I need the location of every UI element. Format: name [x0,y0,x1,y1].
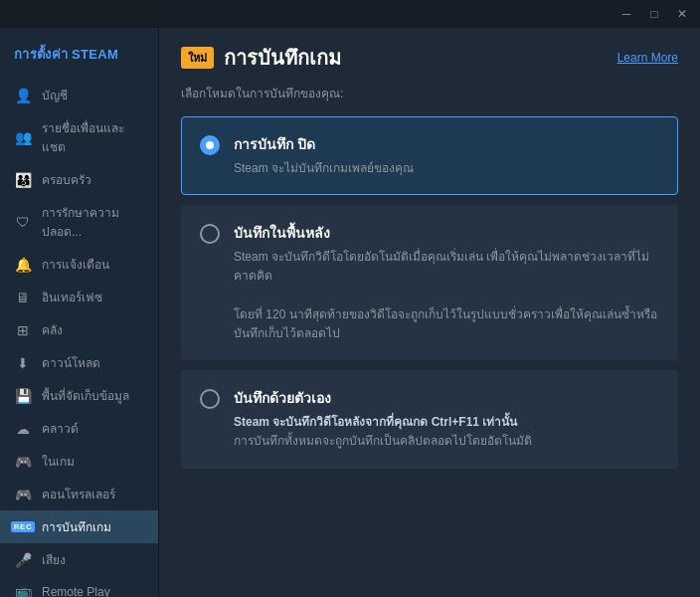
cloud-icon: ☁ [14,420,32,438]
downloads-icon: ⬇ [14,354,32,372]
sidebar-label-library: คลัง [42,320,63,339]
option-title-manual: บันทึกด้วยตัวเอง [234,387,659,409]
sidebar-item-account[interactable]: 👤บัญชี [0,79,158,111]
sidebar-label-remoteplay: Remote Play [42,585,110,597]
sidebar-item-notifications[interactable]: 🔔การแจ้งเตือน [0,248,158,281]
sidebar-item-broadcast[interactable]: RECการบันทึกเกม [0,510,158,543]
sidebar-item-friends[interactable]: 👥รายชื่อเพื่อนและแชต [0,111,158,163]
new-badge: ใหม่ [181,47,214,69]
sidebar-label-downloads: ดาวน์โหลด [42,353,100,372]
option-desc-manual: Steam จะบันทึกวิดีโอหลังจากที่คุณกด Ctrl… [234,413,659,451]
sidebar-label-ingame: ในเกม [42,452,75,471]
sidebar-item-family[interactable]: 👨‍👩‍👦ครอบครัว [0,163,158,196]
sidebar-item-voice[interactable]: 🎤เสียง [0,543,158,576]
sidebar-label-voice: เสียง [42,550,66,569]
sidebar-item-ingame[interactable]: 🎮ในเกม [0,445,158,478]
sidebar-item-security[interactable]: 🛡การรักษาความปลอด... [0,196,158,248]
options-container: การบันทึก ปิดSteam จะไม่บันทึกเกมเพลย์ขอ… [159,116,700,597]
sidebar-label-controller: คอนโทรลเลอร์ [42,485,115,503]
sidebar-label-account: บัญชี [42,86,68,104]
minimize-button[interactable]: ─ [612,3,640,25]
sidebar-label-storage: พื้นที่จัดเก็บข้อมูล [42,386,129,405]
sidebar-item-storage[interactable]: 💾พื้นที่จัดเก็บข้อมูล [0,379,158,412]
main-header: ใหม่ การบันทึกเกม Learn More [159,28,700,84]
sidebar: การตั้งค่า STEAM 👤บัญชี👥รายชื่อเพื่อนและ… [0,28,159,597]
library-icon: ⊞ [14,321,32,339]
radio-manual [200,389,220,409]
voice-icon: 🎤 [14,551,32,569]
broadcast-icon: REC [14,518,32,536]
option-card-background[interactable]: บันทึกในพื้นหลังSteam จะบันทึกวิดีโอโดยอ… [181,205,678,360]
sidebar-item-downloads[interactable]: ⬇ดาวน์โหลด [0,346,158,379]
controller-icon: 🎮 [14,486,32,503]
close-button[interactable]: ✕ [668,3,696,25]
radio-inner-off [206,141,214,149]
maximize-button[interactable]: □ [640,3,668,25]
sidebar-item-interface[interactable]: 🖥อินเทอร์เฟซ [0,281,158,313]
family-icon: 👨‍👩‍👦 [14,171,32,189]
option-text-manual: บันทึกด้วยตัวเองSteam จะบันทึกวิดีโอหลัง… [234,387,659,451]
sidebar-label-cloud: คลาวด์ [42,419,79,438]
main-title: การบันทึกเกม [224,42,341,74]
friends-icon: 👥 [14,128,32,146]
option-title-background: บันทึกในพื้นหลัง [234,222,659,244]
sidebar-label-notifications: การแจ้งเตือน [42,255,109,274]
sidebar-item-library[interactable]: ⊞คลัง [0,313,158,346]
resize-handle[interactable] [684,581,696,593]
main-subtitle: เลือกโหมดในการบันทึกของคุณ: [159,84,700,116]
sidebar-label-security: การรักษาความปลอด... [42,203,144,241]
sidebar-label-family: ครอบครัว [42,170,91,189]
security-icon: 🛡 [14,213,32,231]
option-title-off: การบันทึก ปิด [234,133,659,155]
storage-icon: 💾 [14,387,32,405]
learn-more-link[interactable]: Learn More [617,51,678,65]
option-desc-background: Steam จะบันทึกวิดีโอโดยอัตโนมัติเมื่อคุณ… [234,248,659,343]
sidebar-item-cloud[interactable]: ☁คลาวด์ [0,412,158,445]
option-card-off[interactable]: การบันทึก ปิดSteam จะไม่บันทึกเกมเพลย์ขอ… [181,116,678,195]
radio-background [200,224,220,244]
main-content: ใหม่ การบันทึกเกม Learn More เลือกโหมดใน… [159,28,700,597]
sidebar-title: การตั้งค่า STEAM [0,38,158,79]
option-text-off: การบันทึก ปิดSteam จะไม่บันทึกเกมเพลย์ขอ… [234,133,659,178]
account-icon: 👤 [14,87,32,104]
option-text-background: บันทึกในพื้นหลังSteam จะบันทึกวิดีโอโดยอ… [234,222,659,343]
radio-off [200,135,220,155]
sidebar-label-friends: รายชื่อเพื่อนและแชต [42,118,144,156]
option-card-manual[interactable]: บันทึกด้วยตัวเองSteam จะบันทึกวิดีโอหลัง… [181,370,678,468]
main-header-left: ใหม่ การบันทึกเกม [181,42,341,74]
remoteplay-icon: 📺 [14,583,32,597]
sidebar-item-controller[interactable]: 🎮คอนโทรลเลอร์ [0,478,158,510]
title-bar: ─ □ ✕ [0,0,700,28]
sidebar-item-remoteplay[interactable]: 📺Remote Play [0,576,158,597]
notifications-icon: 🔔 [14,256,32,274]
sidebar-label-broadcast: การบันทึกเกม [42,517,111,536]
sidebar-label-interface: อินเทอร์เฟซ [42,288,102,306]
interface-icon: 🖥 [14,289,32,306]
app-container: การตั้งค่า STEAM 👤บัญชี👥รายชื่อเพื่อนและ… [0,28,700,597]
ingame-icon: 🎮 [14,453,32,471]
option-desc-off: Steam จะไม่บันทึกเกมเพลย์ของคุณ [234,159,659,178]
